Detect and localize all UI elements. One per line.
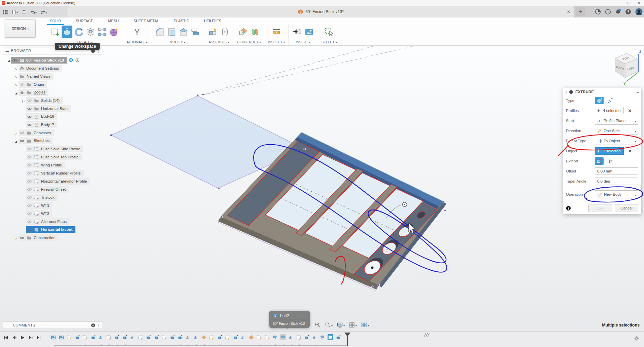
expand-arrow-icon[interactable] bbox=[13, 65, 19, 71]
tree-item[interactable]: Fuse Solid Top Profile bbox=[26, 154, 82, 160]
ribbon-group-dropdown[interactable]: INSPECT bbox=[268, 40, 284, 44]
caret-down-icon[interactable] bbox=[16, 9, 18, 15]
step-back-button[interactable] bbox=[11, 335, 17, 340]
tree-row-wing-profile[interactable]: Wing Profile bbox=[3, 161, 102, 169]
timeline-item-mirror[interactable] bbox=[312, 334, 317, 340]
select-tool-button[interactable] bbox=[324, 26, 335, 38]
comments-panel[interactable]: COMMENTS bbox=[3, 321, 102, 329]
rectangular-pattern-button[interactable] bbox=[97, 26, 108, 38]
timeline-item-sketch[interactable] bbox=[138, 334, 143, 340]
object-selection-chip[interactable]: 1 selected bbox=[595, 147, 624, 155]
tree-row-origin[interactable]: Origin bbox=[3, 80, 102, 88]
caret-down-icon[interactable] bbox=[35, 9, 37, 15]
tree-row-wt2[interactable]: WT2 bbox=[3, 209, 102, 218]
draft-button[interactable] bbox=[178, 26, 189, 38]
fillet-button[interactable] bbox=[155, 26, 165, 38]
extend-faces-option[interactable] bbox=[595, 157, 604, 165]
timeline-item-extrude[interactable] bbox=[122, 334, 128, 340]
eye-on-icon[interactable] bbox=[20, 90, 25, 95]
extrude-tool-button[interactable] bbox=[62, 26, 72, 38]
extrude-thin-option[interactable] bbox=[606, 97, 614, 104]
add-comment-icon[interactable] bbox=[91, 323, 95, 327]
timeline-item-extrude[interactable] bbox=[114, 334, 120, 340]
timeline-item-sketch[interactable] bbox=[264, 334, 270, 340]
timeline-item-sketch[interactable] bbox=[296, 334, 302, 340]
eye-on-icon[interactable] bbox=[27, 227, 32, 232]
timeline-settings-icon[interactable] bbox=[634, 336, 639, 341]
caret-down-icon[interactable] bbox=[368, 322, 369, 328]
avatar-icon[interactable] bbox=[635, 8, 643, 15]
timeline-item-mirror[interactable] bbox=[185, 334, 191, 340]
timeline-item-extrude[interactable] bbox=[304, 334, 309, 340]
tree-row-tristock[interactable]: Tristock bbox=[3, 193, 102, 201]
tree-row-construction[interactable]: Construction bbox=[3, 234, 102, 242]
collapse-arrow-icon[interactable] bbox=[6, 57, 11, 63]
timeline-item-sketch[interactable] bbox=[161, 334, 167, 340]
ribbon-group-dropdown[interactable]: ASSEMBLE bbox=[209, 40, 229, 44]
eye-off-icon[interactable] bbox=[27, 195, 32, 200]
caret-down-icon[interactable] bbox=[45, 9, 47, 15]
timeline-item-loft[interactable] bbox=[272, 334, 278, 340]
caret-down-icon[interactable] bbox=[331, 322, 333, 328]
sketch-create-button[interactable] bbox=[50, 26, 61, 38]
tree-row-body17[interactable]: Body17 bbox=[3, 121, 102, 129]
offset-plane-button[interactable] bbox=[249, 26, 260, 38]
caret-down-icon[interactable] bbox=[343, 322, 345, 328]
workspace-tab-plastic[interactable]: PLASTIC bbox=[173, 18, 190, 25]
grid-icon-button[interactable] bbox=[349, 322, 357, 328]
eye-off-icon[interactable] bbox=[20, 82, 25, 87]
minimize-button[interactable] bbox=[614, 0, 624, 6]
clear-selection-icon[interactable] bbox=[628, 149, 632, 154]
badge-c-badge[interactable]: C bbox=[69, 58, 73, 63]
skip-end-button[interactable] bbox=[36, 335, 41, 340]
timeline-item-extrude[interactable] bbox=[335, 334, 341, 340]
timeline-item-canvas[interactable] bbox=[50, 334, 56, 340]
tree-row-60-fusion-stick-v13[interactable]: 60" Fusion Stick v13C bbox=[3, 56, 102, 64]
eye-on-icon[interactable] bbox=[27, 106, 32, 111]
ribbon-group-dropdown[interactable]: CONSTRUCT bbox=[237, 40, 261, 44]
timeline-item-extrude[interactable] bbox=[90, 334, 96, 340]
tree-item[interactable]: Construction bbox=[19, 234, 59, 241]
tree-item[interactable]: WT1 bbox=[26, 202, 52, 209]
eye-on-icon[interactable] bbox=[20, 235, 25, 240]
extrude-dialog[interactable]: EXTRUDE TypeProfiles4 selectedStartProfi… bbox=[563, 88, 641, 214]
tree-item[interactable]: Tristock bbox=[26, 194, 58, 201]
expand-arrow-icon[interactable] bbox=[13, 130, 19, 136]
form-button[interactable] bbox=[109, 26, 120, 38]
offset-input[interactable]: 0.00 mm bbox=[595, 167, 638, 175]
start-dropdown[interactable]: Profile Plane bbox=[595, 117, 638, 125]
tree-item[interactable]: Document Settings bbox=[19, 65, 62, 72]
help-icon[interactable]: ? bbox=[625, 9, 631, 15]
tree-row-horizontal-layout[interactable]: Horizontal layout bbox=[3, 226, 102, 234]
ribbon-group-dropdown[interactable]: MODIFY bbox=[170, 40, 185, 44]
workspace-selector-button[interactable]: DESIGN bbox=[5, 20, 36, 38]
timeline-item-extrude[interactable] bbox=[145, 334, 151, 340]
info-icon[interactable] bbox=[566, 206, 571, 211]
workspace-tab-utilities[interactable]: UTILITIES bbox=[203, 18, 222, 25]
eye-on-icon[interactable] bbox=[20, 139, 25, 144]
eye-off-icon[interactable] bbox=[27, 171, 32, 176]
timeline-item-extrude[interactable] bbox=[74, 334, 80, 340]
timeline-item-mirror[interactable] bbox=[193, 334, 199, 340]
tree-item[interactable]: Horizontal/ Elevator Profile bbox=[26, 178, 90, 185]
workspace-tab-surface[interactable]: SURFACE bbox=[75, 18, 94, 25]
expand-arrow-icon[interactable] bbox=[21, 98, 26, 104]
timeline-item-plane[interactable] bbox=[201, 334, 207, 340]
ribbon-group-dropdown[interactable]: INSERT bbox=[296, 40, 311, 44]
eye-on-icon[interactable] bbox=[27, 122, 32, 127]
canvas-insert-button[interactable] bbox=[304, 26, 314, 38]
timeline-item-extrude[interactable] bbox=[177, 334, 183, 340]
timeline-item-sketch[interactable] bbox=[209, 334, 214, 340]
dialog-grip-icon[interactable] bbox=[565, 89, 567, 95]
close-tab-icon[interactable] bbox=[567, 9, 570, 14]
dropdown-caret-icon[interactable] bbox=[635, 191, 636, 197]
document-tab[interactable]: 60" Fusion Stick v13* bbox=[67, 6, 574, 17]
timeline-item-mirror[interactable] bbox=[130, 334, 135, 340]
timeline-item-sketch[interactable] bbox=[328, 334, 333, 340]
caret-down-icon[interactable] bbox=[355, 322, 357, 328]
tree-item[interactable]: Horizontal Stab bbox=[26, 105, 71, 112]
tree-row-canvases[interactable]: Canvases bbox=[3, 129, 102, 137]
step-forward-button[interactable] bbox=[28, 335, 33, 340]
maximize-button[interactable] bbox=[624, 0, 634, 6]
timeline-item-loft[interactable] bbox=[280, 334, 286, 340]
